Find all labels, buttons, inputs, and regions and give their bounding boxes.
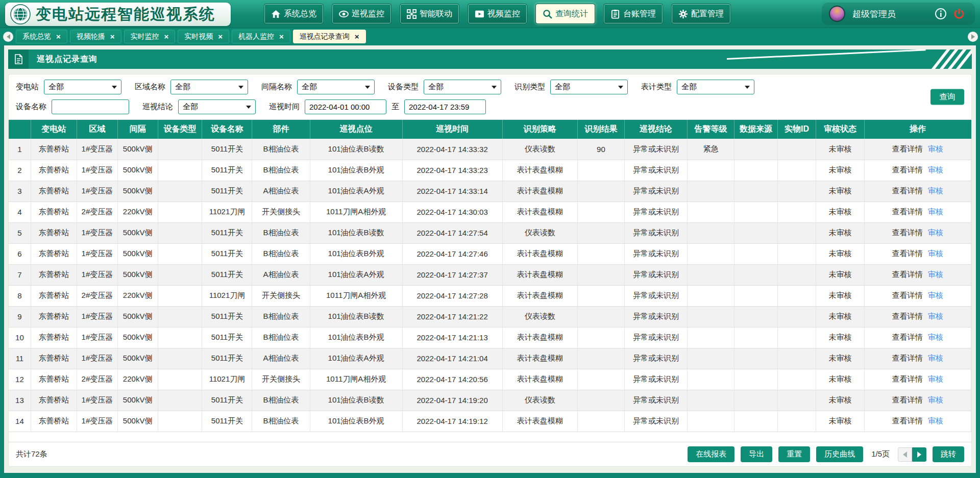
table-cell: 7 <box>9 264 31 285</box>
tab-item[interactable]: 系统总览× <box>16 30 67 43</box>
table-cell: 101油位表B读数 <box>310 306 402 327</box>
tab-item[interactable]: 实时视频× <box>178 30 229 43</box>
station-select[interactable]: 全部 <box>44 80 121 94</box>
table-cell <box>687 306 734 327</box>
audit-link[interactable]: 审核 <box>928 291 943 299</box>
nav-button-video[interactable]: 视频监控 <box>468 4 527 23</box>
table-cell: 5011开关 <box>202 264 252 285</box>
tabs-scroll-right-icon[interactable] <box>968 32 978 42</box>
time-from-input[interactable]: 2022-04-01 00:00 <box>305 99 386 114</box>
tab-item[interactable]: 实时监控× <box>124 30 176 43</box>
view-detail-link[interactable]: 查看详情 <box>892 312 923 320</box>
table-cell: B相油位表 <box>252 411 310 432</box>
table-cell: 5011开关 <box>202 411 252 432</box>
table-cell-actions: 查看详情审核 <box>864 285 971 306</box>
tab-close-icon[interactable]: × <box>355 33 359 40</box>
table-cell: 2#变压器 <box>77 285 117 306</box>
table-cell: 1#变压器 <box>77 348 117 369</box>
tab-close-icon[interactable]: × <box>56 33 61 40</box>
conclusion-select[interactable]: 全部 <box>178 99 256 114</box>
view-detail-link[interactable]: 查看详情 <box>892 416 923 425</box>
view-detail-link[interactable]: 查看详情 <box>892 207 923 216</box>
tab-close-icon[interactable]: × <box>218 33 223 40</box>
nav-button-search[interactable]: 查询统计 <box>536 4 595 23</box>
tab-label: 实时监控 <box>131 32 159 41</box>
recognition-type-select[interactable]: 全部 <box>550 80 628 94</box>
meter-type-label: 表计类型 <box>641 82 672 92</box>
view-detail-link[interactable]: 查看详情 <box>892 354 923 362</box>
user-avatar[interactable] <box>829 6 845 22</box>
audit-link[interactable]: 审核 <box>928 395 943 404</box>
area-select[interactable]: 全部 <box>170 80 248 94</box>
nav-button-home[interactable]: 系统总览 <box>264 4 323 23</box>
nav-button-link[interactable]: 智能联动 <box>400 4 459 23</box>
table-cell: 500kV侧 <box>117 411 158 432</box>
view-detail-link[interactable]: 查看详情 <box>892 228 923 237</box>
audit-link[interactable]: 审核 <box>928 228 943 237</box>
table-cell: 东善桥站 <box>31 264 77 285</box>
records-table-wrap: 变电站区域间隔设备类型设备名称部件巡视点位巡视时间识别策略识别结果巡视结论告警等… <box>9 119 971 442</box>
bay-select[interactable]: 全部 <box>297 80 375 94</box>
column-header: 区域 <box>77 120 117 139</box>
tab-item[interactable]: 机器人监控× <box>232 30 290 43</box>
audit-link[interactable]: 审核 <box>928 249 943 258</box>
table-cell: 500kV侧 <box>117 139 158 160</box>
view-detail-link[interactable]: 查看详情 <box>892 291 923 299</box>
power-logout-icon[interactable] <box>953 8 965 19</box>
device-name-input[interactable] <box>56 103 125 111</box>
audit-link[interactable]: 审核 <box>928 416 943 425</box>
conclusion-label: 巡视结论 <box>142 102 173 112</box>
table-cell: 表计表盘模糊 <box>502 369 577 390</box>
home-icon <box>271 9 281 19</box>
next-page-button[interactable] <box>912 447 926 462</box>
audit-link[interactable]: 审核 <box>928 186 943 195</box>
time-to-input[interactable]: 2022-04-17 23:59 <box>404 99 486 114</box>
table-cell: 11021刀闸 <box>202 285 252 306</box>
audit-link[interactable]: 审核 <box>928 270 943 279</box>
audit-link[interactable]: 审核 <box>928 312 943 320</box>
tab-close-icon[interactable]: × <box>164 33 169 40</box>
meter-type-select[interactable]: 全部 <box>677 80 754 94</box>
prev-page-button[interactable] <box>898 447 912 462</box>
reset-button[interactable]: 重置 <box>778 446 810 462</box>
view-detail-link[interactable]: 查看详情 <box>892 333 923 341</box>
info-icon[interactable] <box>935 8 946 19</box>
view-detail-link[interactable]: 查看详情 <box>892 165 923 174</box>
chevron-down-icon <box>112 86 117 89</box>
query-button[interactable]: 查询 <box>930 89 964 105</box>
table-cell: 东善桥站 <box>31 202 77 222</box>
view-detail-link[interactable]: 查看详情 <box>892 249 923 258</box>
table-cell <box>158 306 202 327</box>
table-row: 2东善桥站1#变压器500kV侧5011开关B相油位表101油位表B外观2022… <box>9 160 971 181</box>
table-cell-actions: 查看详情审核 <box>864 306 971 327</box>
nav-label: 查询统计 <box>555 9 588 19</box>
audit-link[interactable]: 审核 <box>928 165 943 174</box>
bay-label: 间隔名称 <box>261 82 292 92</box>
audit-link[interactable]: 审核 <box>928 374 943 383</box>
export-button[interactable]: 导出 <box>741 446 772 462</box>
view-detail-link[interactable]: 查看详情 <box>892 395 923 404</box>
history-curve-button[interactable]: 历史曲线 <box>816 446 863 462</box>
device-type-select[interactable]: 全部 <box>424 80 501 94</box>
audit-link[interactable]: 审核 <box>928 144 943 153</box>
tab-active[interactable]: 巡视点记录查询× <box>293 30 366 43</box>
nav-button-eye[interactable]: 巡视监控 <box>332 4 391 23</box>
table-cell: 异常或未识别 <box>625 264 688 285</box>
tab-item[interactable]: 视频轮播× <box>70 30 121 43</box>
view-detail-link[interactable]: 查看详情 <box>892 144 923 153</box>
view-detail-link[interactable]: 查看详情 <box>892 186 923 195</box>
table-cell-actions: 查看详情审核 <box>864 202 971 222</box>
audit-link[interactable]: 审核 <box>928 207 943 216</box>
nav-button-gear[interactable]: 配置管理 <box>672 4 730 23</box>
audit-link[interactable]: 审核 <box>928 333 943 341</box>
view-detail-link[interactable]: 查看详情 <box>892 270 923 279</box>
tab-close-icon[interactable]: × <box>110 33 115 40</box>
jump-button[interactable]: 跳转 <box>933 446 964 462</box>
view-detail-link[interactable]: 查看详情 <box>892 374 923 383</box>
online-report-button[interactable]: 在线报表 <box>688 446 734 462</box>
nav-button-clipboard[interactable]: 台账管理 <box>604 4 663 23</box>
audit-link[interactable]: 审核 <box>928 354 943 362</box>
tab-close-icon[interactable]: × <box>279 33 284 40</box>
table-cell-actions: 查看详情审核 <box>864 369 971 390</box>
tabs-scroll-left-icon[interactable] <box>3 32 13 42</box>
